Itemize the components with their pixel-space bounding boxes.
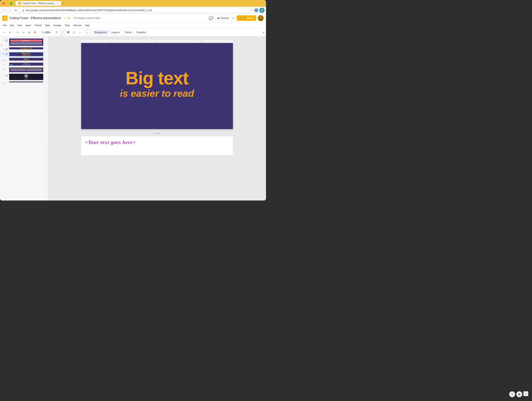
slide-number-1: 1 [1, 39, 4, 41]
close-traffic-light[interactable] [2, 2, 5, 5]
toolbar-divider-2 [39, 30, 39, 35]
menu-slide[interactable]: Slide [44, 23, 51, 27]
slide-link-icon-2: 🔗 [5, 48, 8, 51]
menu-bar: File Edit View Insert Format Slide Arran… [0, 22, 266, 28]
svg-text:2: 2 [45, 59, 47, 60]
slide-item-7[interactable]: 7 🔗 Hello! [0, 73, 45, 81]
select-tool[interactable]: ↖ [54, 30, 59, 35]
horizontal-ruler: 1 2 3 4 5 6 7 8 9 [81, 40, 233, 43]
slide-thumbnail-6 [9, 68, 43, 72]
slide-dots [154, 133, 160, 134]
toolbar-collapse-button[interactable]: ∧ [263, 31, 265, 34]
layout-button[interactable]: Layout ▾ [109, 30, 122, 35]
slide-number-2: 2 [1, 48, 4, 50]
toolbar-divider-1 [14, 30, 14, 35]
tab-close-button[interactable]: × [57, 2, 58, 5]
address-bar[interactable]: 🔒 docs.google.com/presentation/d/1lUWH4c… [19, 8, 250, 13]
notes-placeholder-text: <Your text goes here> [85, 139, 229, 145]
back-button[interactable]: ← [1, 8, 6, 13]
extensions-button[interactable]: ⊕ [259, 8, 265, 13]
title-actions: ☆ 📁 [64, 17, 70, 20]
dot-1 [154, 133, 155, 134]
menu-help[interactable]: Help [83, 23, 91, 27]
text-box-tool[interactable]: T [60, 30, 65, 35]
svg-text:1: 1 [96, 40, 97, 42]
app-title: Coding Forest - Effective presentations [9, 17, 61, 20]
canvas-with-ruler: 1 2 3 4 5 [45, 36, 266, 200]
active-tab[interactable]: S Coding Forest - Effective presen... × [16, 1, 61, 6]
forward-button[interactable]: → [7, 8, 12, 13]
shapes-tool[interactable]: ◻ [71, 30, 77, 35]
comment-tool[interactable]: + [85, 30, 90, 35]
new-tab-button[interactable]: + [62, 1, 66, 6]
thumb-text-7: Hello! [25, 79, 28, 80]
zoom-value: 100% [44, 31, 50, 34]
speaker-notes[interactable]: <Your text goes here> [81, 136, 233, 155]
header-right: 💬 ▶ Present ▾ 🔒 🔒 Share [209, 15, 264, 21]
menu-format[interactable]: Format [33, 23, 43, 27]
menu-tools[interactable]: Tools [63, 23, 71, 27]
slide-item-1[interactable]: 1 🔗 How NOT to do it 🔺 [0, 38, 45, 47]
canvas-scroll: 1 2 3 4 5 6 7 8 9 Big text is [48, 36, 266, 200]
slide-item-4[interactable]: 4 🔗 Hello! greeting slide [0, 57, 45, 62]
slide-link-icon-3: 🔗 [5, 53, 8, 56]
present-main-button[interactable]: ▶ Present [215, 16, 231, 21]
menu-view[interactable]: View [16, 23, 24, 27]
undo-button[interactable]: ↩ [15, 30, 20, 35]
svg-text:1: 1 [45, 44, 47, 44]
slide-item-6[interactable]: 6 🔗 [0, 67, 45, 73]
address-bar-row: ← → ↻ 🔒 docs.google.com/presentation/d/1… [0, 7, 266, 14]
share-button[interactable]: 🔒 🔒 Share [237, 15, 256, 21]
slideshow-icon: ▶ [218, 17, 220, 19]
add-button[interactable]: + [1, 30, 7, 35]
redo-button[interactable]: ↪ [21, 30, 26, 35]
present-dropdown-button[interactable]: ▾ [231, 16, 235, 21]
menu-file[interactable]: File [1, 23, 8, 27]
background-button[interactable]: Background [93, 30, 109, 35]
svg-text:5: 5 [45, 104, 47, 104]
zoom-icon: 🔍 [41, 31, 44, 34]
menu-arrange[interactable]: Arrange [52, 23, 63, 27]
lock-icon: 🔒 [22, 9, 25, 11]
transition-button[interactable]: Transition [134, 30, 148, 35]
slide-item-3[interactable]: 3 🔗 Big text is easier to read [0, 51, 45, 57]
star-button[interactable]: ☆ [64, 17, 66, 20]
svg-text:2: 2 [111, 40, 112, 42]
slide-thumbnail-4: Hello! greeting slide [9, 58, 43, 61]
app-header: S Coding Forest - Effective presentation… [0, 14, 266, 22]
theme-button[interactable]: Theme [122, 30, 133, 35]
user-avatar[interactable] [258, 15, 264, 21]
slide-item-2[interactable]: 2 🔗 One idea per slide [0, 47, 45, 51]
image-tool[interactable]: 🖼 [66, 30, 71, 35]
slide-small-text: is easier to read [89, 87, 225, 100]
profile-button[interactable]: A [254, 8, 258, 12]
menu-addons[interactable]: Add-ons [72, 23, 83, 27]
slide-number-3: 3 [1, 53, 4, 55]
zoom-selector[interactable]: 🔍 100% [40, 30, 52, 34]
svg-point-0 [260, 16, 262, 19]
dropdown-button[interactable]: ▾ [7, 30, 13, 35]
tab-bar: S Coding Forest - Effective presen... × … [16, 1, 264, 6]
comments-button[interactable]: 💬 [209, 16, 213, 20]
tab-title: Coding Forest - Effective presen... [22, 2, 56, 5]
folder-button[interactable]: 📁 [67, 17, 70, 20]
thumb-title-1: How NOT to do it [10, 40, 42, 42]
slide-number-5: 5 [1, 63, 4, 65]
svg-text:3: 3 [45, 74, 47, 74]
paint-format-button[interactable]: 🎨 [32, 30, 38, 35]
refresh-button[interactable]: ↻ [13, 8, 18, 13]
slide-item-8[interactable]: 8 🔗 [0, 81, 45, 86]
minimize-traffic-light[interactable] [6, 2, 9, 5]
svg-text:3: 3 [126, 40, 127, 42]
svg-text:8: 8 [201, 40, 201, 42]
slide-canvas[interactable]: Big text is easier to read [81, 43, 233, 129]
bookmark-button[interactable]: ☆ [251, 8, 253, 12]
slide-thumbnail-1: How NOT to do it 🔺 [9, 38, 43, 46]
menu-insert[interactable]: Insert [24, 23, 32, 27]
maximize-traffic-light[interactable] [10, 2, 13, 5]
slide-item-5[interactable]: 5 🔗 This is yourpresentation title [0, 62, 45, 67]
menu-edit[interactable]: Edit [8, 23, 15, 27]
thumb-text-4: Hello! [24, 58, 29, 60]
print-button[interactable]: 🖨 [27, 30, 32, 35]
line-tool[interactable]: / [77, 30, 82, 35]
